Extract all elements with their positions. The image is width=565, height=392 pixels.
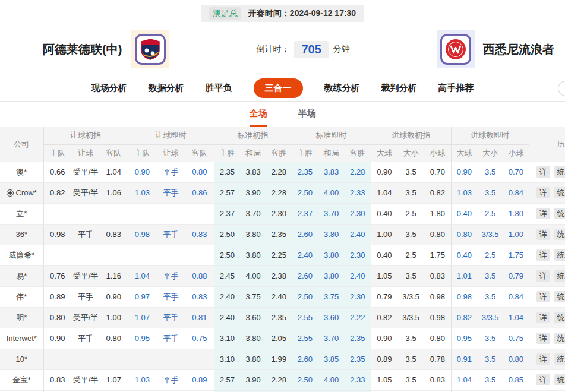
odds-cell: 1.05 (371, 265, 397, 286)
subheader-让球: 让球 (156, 144, 185, 162)
detail-button[interactable]: 详 (536, 270, 550, 282)
subtab-全场[interactable]: 全场 (250, 108, 267, 127)
odds-cell: 0.75 (503, 328, 529, 349)
odds-cell: 3.5 (397, 328, 424, 349)
stats-button[interactable]: 统 (554, 353, 565, 365)
stats-button[interactable]: 统 (554, 312, 565, 323)
odds-cell: 受平/半 (71, 182, 100, 203)
odds-cell: 2.30 (266, 203, 292, 224)
detail-button[interactable]: 详 (536, 333, 550, 344)
odds-cell: 0.80 (424, 328, 451, 349)
stats-button[interactable]: 统 (554, 333, 565, 344)
nav-tab-现场分析[interactable]: 现场分析 (91, 83, 127, 94)
odds-cell: 2.40 (214, 286, 240, 307)
odds-cell: 0.80 (100, 328, 128, 349)
stats-button[interactable]: 统 (554, 187, 565, 198)
subheader-客胜: 客胜 (345, 144, 371, 162)
subheader-主队: 主队 (128, 144, 156, 162)
odds-cell: 0.40 (451, 203, 477, 224)
nav-tab-胜平负[interactable]: 胜平负 (206, 83, 232, 94)
odds-cell: 0.98 (451, 286, 477, 307)
odds-cell: 2.28 (266, 162, 292, 182)
odds-cell: 3.80 (240, 224, 266, 245)
odds-cell: 1.06 (100, 182, 128, 203)
odds-cell: 0.75 (185, 328, 214, 349)
stats-button[interactable]: 统 (554, 229, 565, 240)
detail-button[interactable]: 详 (536, 166, 550, 178)
detail-button[interactable]: 详 (536, 229, 550, 240)
company-cell: 威廉希* (0, 245, 43, 265)
odds-cell (71, 245, 100, 265)
subheader-小球: 小球 (424, 144, 451, 162)
odds-cell: 3.10 (214, 328, 240, 349)
detail-button[interactable]: 详 (536, 249, 550, 261)
odds-cell: 0.79 (503, 265, 529, 286)
header-history: 历史 (529, 127, 565, 162)
stats-button[interactable]: 统 (554, 270, 565, 282)
odds-cell: 3/3.5 (477, 224, 503, 245)
odds-cell: 3.80 (240, 245, 266, 265)
detail-button[interactable]: 详 (536, 208, 550, 219)
detail-button[interactable]: 详 (536, 291, 550, 302)
odds-cell: 3.5 (477, 369, 503, 390)
odds-cell: 0.70 (503, 162, 529, 182)
page: 澳足总 开赛时间：2024-09-12 17:30 阿德莱德联(中) 倒 (0, 0, 565, 392)
nav-scroll-button[interactable] (558, 81, 565, 96)
nav-tab-高手推荐[interactable]: 高手推荐 (438, 83, 474, 94)
odds-cell: 0.89 (371, 349, 397, 369)
odds-cell: 3.75 (240, 286, 266, 307)
away-team-name: 西悉尼流浪者 (483, 42, 554, 58)
detail-button[interactable]: 详 (536, 374, 550, 385)
odds-cell (100, 203, 128, 224)
nav-tab-教练分析[interactable]: 教练分析 (324, 83, 360, 94)
nav-tab-三合一[interactable]: 三合一 (254, 78, 303, 98)
odds-cell: 平手 (71, 224, 100, 245)
odds-cell: 3.5 (477, 162, 503, 182)
header-group-进球数即时: 进球数即时 (451, 127, 529, 144)
stats-button[interactable]: 统 (554, 374, 565, 385)
odds-cell: 3.5 (397, 265, 424, 286)
odds-cell: 2.22 (345, 307, 371, 328)
odds-cell: 2.33 (345, 369, 371, 390)
odds-cell: 2.60 (292, 265, 318, 286)
league-badge: 澳足总 (209, 7, 241, 20)
odds-cell: 0.80 (503, 349, 529, 369)
detail-button[interactable]: 详 (536, 312, 550, 323)
detail-button[interactable]: 详 (536, 353, 550, 365)
odds-cell: 2.25 (266, 245, 292, 265)
odds-cell: 2.50 (214, 245, 240, 265)
odds-cell: 3.85 (318, 349, 345, 369)
stats-button[interactable]: 统 (554, 249, 565, 261)
odds-cell: 1.04 (503, 307, 529, 328)
odds-cell (128, 245, 156, 265)
history-cell: 详统 (529, 328, 565, 349)
odds-cell: 3/3.5 (397, 307, 424, 328)
stats-button[interactable]: 统 (554, 208, 565, 219)
odds-cell: 2.35 (266, 224, 292, 245)
odds-cell: 0.85 (503, 369, 529, 390)
nav-tab-裁判分析[interactable]: 裁判分析 (381, 83, 417, 94)
stats-button[interactable]: 统 (554, 291, 565, 302)
odds-cell: 0.97 (128, 286, 156, 307)
odds-cell: 3.60 (240, 307, 266, 328)
table-row: 明*0.80受平/半1.001.07平手0.812.403.602.352.55… (0, 307, 565, 328)
subheader-客队: 客队 (185, 144, 214, 162)
odds-cell: 1.03 (128, 369, 156, 390)
odds-cell: 1.80 (424, 203, 451, 224)
odds-cell: 1.16 (100, 265, 128, 286)
odds-cell: 2.60 (292, 224, 318, 245)
subtab-半场[interactable]: 半场 (298, 108, 316, 127)
odds-cell (185, 203, 214, 224)
odds-cell: 2.35 (345, 328, 371, 349)
odds-cell: 0.95 (128, 328, 156, 349)
history-cell: 详统 (529, 349, 565, 369)
nav-tab-数据分析[interactable]: 数据分析 (149, 83, 184, 94)
odds-cell: 2.40 (214, 307, 240, 328)
history-cell: 详统 (529, 307, 565, 328)
stats-button[interactable]: 统 (554, 166, 565, 178)
detail-button[interactable]: 详 (536, 187, 550, 198)
subheader-主胜: 主胜 (214, 144, 240, 162)
odds-cell: 2.5 (477, 245, 503, 265)
odds-cell: 2.45 (214, 265, 240, 286)
subheader-大球: 大球 (371, 144, 397, 162)
